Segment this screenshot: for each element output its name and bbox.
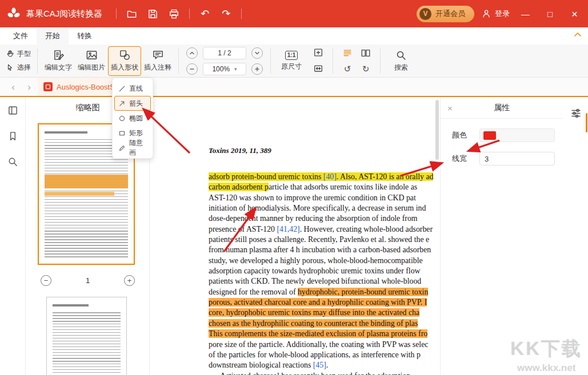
- shape-menu-list: 直线箭头椭圆矩形随意画: [114, 81, 151, 155]
- print-button[interactable]: [165, 5, 183, 22]
- insert-note-button[interactable]: 插入注释: [141, 46, 174, 76]
- shape-menu-item-label: 随意画: [129, 138, 147, 158]
- select-tool-button[interactable]: 选择: [6, 63, 31, 72]
- save-button[interactable]: [143, 5, 162, 22]
- properties-panel: × 属性 颜色 线宽: [440, 97, 563, 375]
- close-properties-button[interactable]: ×: [447, 103, 453, 112]
- shape-menu-item-pencil[interactable]: 随意画: [114, 140, 151, 155]
- shape-menu-item-line[interactable]: 直线: [114, 81, 151, 96]
- zoom-out-button[interactable]: [186, 63, 198, 75]
- titlebar-separator: [189, 9, 190, 19]
- redo-button[interactable]: ↷: [217, 5, 235, 22]
- fit-width-button[interactable]: [313, 63, 324, 75]
- shape-menu-item-label: 直线: [129, 84, 143, 94]
- insert-shape-button[interactable]: 插入形状: [108, 46, 141, 76]
- cursor-icon: [6, 63, 14, 72]
- ribbon-separator: [380, 49, 381, 74]
- ribbon-tab-file[interactable]: 文件: [5, 27, 37, 45]
- shape-menu-item-label: 椭圆: [129, 114, 143, 123]
- titlebar-separator: [241, 9, 242, 19]
- next-page-button[interactable]: [251, 47, 263, 59]
- page-thumbnail-2[interactable]: [46, 297, 127, 375]
- insert-shape-label: 插入形状: [111, 63, 138, 72]
- original-size-label: 原尺寸: [281, 62, 302, 71]
- insert-shape-icon: [119, 49, 131, 61]
- single-page-view-button[interactable]: [342, 47, 353, 59]
- collapse-ribbon-button[interactable]: [573, 30, 582, 41]
- titlebar-right-cluster: V 开通会员 登录 — □ ×: [417, 5, 583, 22]
- edit-image-button[interactable]: 编辑图片: [75, 46, 108, 76]
- settings-sliders-button[interactable]: [569, 107, 583, 120]
- one-to-one-icon: 1:1: [285, 51, 298, 60]
- ribbon-tab-bar: 文件开始转换: [0, 27, 588, 45]
- titlebar: 幕果CAJ阅读转换器 ↶ ↷ V 开通会员 登录 — □ ×: [0, 0, 588, 27]
- undo-button[interactable]: ↶: [195, 5, 214, 22]
- search-panel-button[interactable]: [6, 156, 19, 170]
- document-scrollbar[interactable]: [435, 100, 439, 160]
- shape-menu-item-ellipse[interactable]: 椭圆: [114, 111, 151, 126]
- document-page[interactable]: Toxins 2019, 11, 389 adsorb protein-boun…: [150, 97, 440, 375]
- document-line: downstream biological reactions [45].: [209, 360, 440, 370]
- rect-icon: [118, 130, 126, 137]
- two-page-view-button[interactable]: [360, 47, 371, 59]
- search-button[interactable]: 搜索: [388, 46, 414, 76]
- bookmark-icon: [7, 131, 18, 142]
- maximize-button[interactable]: □: [541, 5, 559, 22]
- document-line: study, we developed a highly porous, who…: [209, 256, 440, 266]
- color-label: 颜色: [452, 130, 479, 140]
- document-tab-title: Auslogics-BoostSp: [57, 83, 119, 91]
- tab-scroll-left-button[interactable]: ‹: [6, 82, 21, 92]
- login-label: 登录: [495, 9, 510, 19]
- page-navigation-group: 100% ▾: [186, 47, 263, 75]
- fit-page-button[interactable]: [313, 47, 324, 59]
- caj-file-icon: [43, 82, 53, 91]
- vip-button[interactable]: V 开通会员: [417, 6, 474, 22]
- print-icon: [169, 9, 179, 19]
- color-picker[interactable]: [479, 128, 555, 142]
- document-line: Activated charcoal has recently been use…: [209, 371, 440, 375]
- rotate-left-button[interactable]: ↺: [342, 63, 353, 75]
- panel-scroll-indicator[interactable]: [586, 113, 587, 132]
- document-line: patients with CKD. The newly developed b…: [209, 276, 440, 287]
- ribbon-tab-convert[interactable]: 转换: [69, 27, 101, 45]
- bookmark-panel-button[interactable]: [6, 130, 19, 144]
- single-page-view-icon: [342, 48, 353, 58]
- fit-width-icon: [313, 63, 323, 74]
- line-icon: [118, 85, 126, 92]
- thumbnail-zoom-in-button[interactable]: +: [124, 275, 135, 286]
- zoom-in-button[interactable]: [251, 63, 263, 75]
- pencil-icon: [118, 144, 126, 152]
- sliders-icon: [570, 107, 582, 119]
- insert-shape-menu: 直线箭头椭圆矩形随意画: [112, 78, 153, 159]
- hand-tool-button[interactable]: 手型: [6, 49, 31, 59]
- page-indicator-input[interactable]: [203, 47, 246, 59]
- thumbnail-text-placeholder: [53, 312, 121, 375]
- ribbon-tab-list: 文件开始转换: [5, 27, 101, 45]
- line-width-label: 线宽: [452, 154, 479, 164]
- edit-text-button[interactable]: 编辑文字: [42, 46, 75, 76]
- ribbon-tab-home[interactable]: 开始: [37, 27, 69, 45]
- open-file-button[interactable]: [122, 5, 141, 22]
- minimize-button[interactable]: —: [517, 5, 534, 22]
- zoom-level-dropdown[interactable]: 100% ▾: [203, 63, 246, 75]
- thumbnail-panel-button[interactable]: [6, 104, 19, 118]
- thumbnail-highlight-band: [45, 175, 128, 188]
- tab-scroll-right-button[interactable]: ›: [22, 82, 37, 92]
- close-button[interactable]: ×: [566, 5, 583, 22]
- thumbnail-zoom-out-button[interactable]: −: [41, 275, 51, 286]
- rotate-right-button[interactable]: ↻: [360, 63, 371, 75]
- left-icon-strip: [0, 97, 26, 375]
- login-button[interactable]: 登录: [481, 9, 510, 19]
- document-line: presence of AST-120 [41,42]. However, cr…: [209, 224, 440, 235]
- document-line: This complements the size-mediated exclu…: [209, 329, 440, 339]
- document-line: porous, activated charcoal core and a hy…: [209, 297, 440, 308]
- shape-menu-item-label: 箭头: [129, 99, 143, 108]
- original-size-button[interactable]: 1:1 原尺寸: [275, 46, 308, 76]
- minus-icon: [189, 66, 195, 72]
- document-line: carbon adsorbent particle that adsorbs u…: [209, 182, 440, 192]
- right-icon-strip: [563, 97, 588, 375]
- previous-page-button[interactable]: [186, 47, 198, 59]
- shape-menu-item-arrow[interactable]: 箭头: [114, 96, 151, 111]
- line-width-input[interactable]: [479, 152, 555, 166]
- edit-text-label: 编辑文字: [45, 63, 72, 72]
